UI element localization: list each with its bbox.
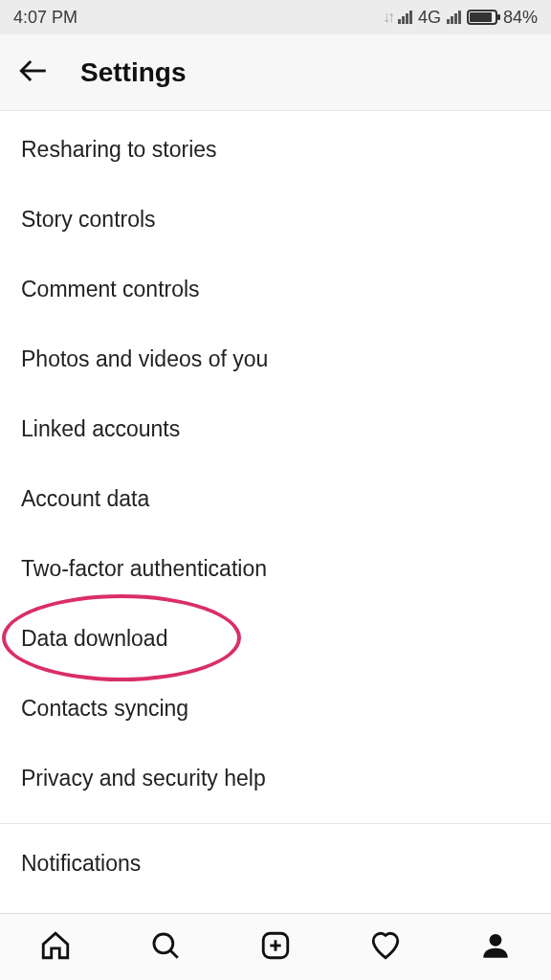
profile-icon[interactable] <box>479 929 512 966</box>
settings-item-two-factor[interactable]: Two-factor authentication <box>0 534 551 604</box>
home-icon[interactable] <box>39 929 72 966</box>
settings-item-account-data[interactable]: Account data <box>0 464 551 534</box>
signal-icon-2 <box>447 11 461 24</box>
battery-pct: 84% <box>503 8 538 28</box>
app-header: Settings <box>0 34 551 111</box>
settings-item-linked-accounts[interactable]: Linked accounts <box>0 394 551 464</box>
settings-item-resharing[interactable]: Resharing to stories <box>0 115 551 185</box>
settings-content: Resharing to stories Story controls Comm… <box>0 111 551 913</box>
settings-item-data-download[interactable]: Data download <box>0 604 551 674</box>
settings-item-photos-videos[interactable]: Photos and videos of you <box>0 324 551 394</box>
heart-icon[interactable] <box>369 929 402 966</box>
battery-icon <box>467 10 497 25</box>
back-arrow-icon[interactable] <box>17 55 50 91</box>
settings-item-story-controls[interactable]: Story controls <box>0 185 551 255</box>
bottom-nav <box>0 913 551 980</box>
svg-point-6 <box>490 933 502 946</box>
data-arrows-icon: ↓↑ <box>383 9 392 26</box>
signal-icon-1 <box>398 11 412 24</box>
page-title: Settings <box>80 57 186 88</box>
status-right: ↓↑ 4G 84% <box>383 8 538 28</box>
network-label: 4G <box>418 8 441 28</box>
settings-list: Resharing to stories Story controls Comm… <box>0 111 551 877</box>
status-bar: 4:07 PM ↓↑ 4G 84% <box>0 0 551 34</box>
add-post-icon[interactable] <box>259 929 292 966</box>
svg-point-1 <box>154 933 173 952</box>
settings-item-comment-controls[interactable]: Comment controls <box>0 255 551 324</box>
search-icon[interactable] <box>149 929 182 966</box>
settings-item-privacy-help[interactable]: Privacy and security help <box>0 744 551 813</box>
status-time: 4:07 PM <box>13 8 77 28</box>
settings-item-notifications[interactable]: Notifications <box>0 824 551 873</box>
settings-item-contacts-syncing[interactable]: Contacts syncing <box>0 674 551 744</box>
svg-line-2 <box>170 949 178 957</box>
